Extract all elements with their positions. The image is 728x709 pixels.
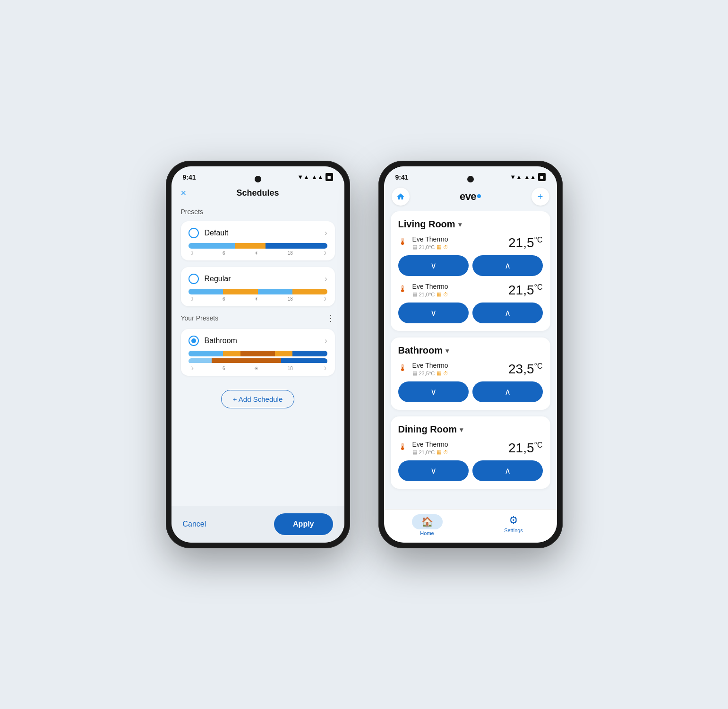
room-chevron-living-room[interactable]: ▾ — [458, 221, 462, 228]
device-row-bathroom: 🌡 Eve Thermo ▤ 23,5°C ▦ ⏱ 23,5°C — [398, 362, 543, 377]
device-name-dining: Eve Thermo — [412, 441, 509, 448]
radio-regular[interactable] — [188, 274, 199, 284]
signal-icon: ▲▲ — [311, 173, 324, 181]
device-name: Eve Thermo — [412, 235, 509, 243]
temp-set-icon-dining: ▤ — [412, 449, 417, 455]
bar-seg — [275, 351, 292, 356]
radio-default[interactable] — [188, 228, 199, 238]
increase-button-dining[interactable]: ∧ — [472, 460, 543, 481]
battery-icon: ■ — [325, 173, 333, 181]
decrease-button[interactable]: ∨ — [398, 255, 469, 276]
bar-seg — [188, 243, 235, 249]
preset-row-default: Default › — [188, 228, 327, 238]
left-phone: 9:41 ▼▲ ▲▲ ■ × Schedules Presets — [166, 161, 350, 548]
add-schedule-button[interactable]: + Add Schedule — [221, 390, 295, 408]
camera-notch-right — [467, 176, 474, 182]
room-title-dining-room: Dining Room ▾ — [398, 424, 543, 435]
room-chevron-dining[interactable]: ▾ — [460, 426, 463, 433]
decrease-button-2[interactable]: ∨ — [398, 303, 469, 323]
status-icons-right: ▼▲ ▲▲ ■ — [510, 173, 545, 181]
your-presets-label: Your Presets — [181, 314, 219, 322]
bar-labels: ☽ 6 ☀ 18 ☽ — [188, 366, 327, 371]
decrease-button-dining[interactable]: ∨ — [398, 460, 469, 481]
wifi-icon-right: ▼▲ — [510, 173, 522, 181]
schedule-icon: ▦ — [437, 244, 441, 250]
timer-icon-dining: ⏱ — [443, 450, 448, 455]
nav-icon-bg-home: 🏠 — [412, 514, 443, 529]
add-button[interactable]: + — [531, 188, 549, 206]
schedule-bar-regular: ☽ 6 ☀ 18 ☽ — [188, 289, 327, 302]
chevron-right-regular[interactable]: › — [325, 275, 327, 283]
device-temp-bath: 23,5°C — [508, 362, 542, 377]
schedules-screen: 9:41 ▼▲ ▲▲ ■ × Schedules Presets — [171, 166, 344, 543]
three-dots-menu[interactable]: ⋮ — [326, 313, 335, 323]
bar-labels: ☽ 6 ☀ 18 ☽ — [188, 251, 327, 256]
thermometer-icon-2: 🌡 — [398, 284, 408, 294]
eve-content: Living Room ▾ 🌡 Eve Thermo ▤ 21,0°C ▦ ⏱ — [384, 211, 557, 509]
thermometer-icon-dining: 🌡 — [398, 441, 408, 452]
temp-set-icon: ▤ — [412, 244, 417, 250]
bar-seg — [223, 351, 240, 356]
bottom-nav: 🏠 Home ⚙ Settings — [384, 509, 557, 543]
nav-item-home[interactable]: 🏠 Home — [384, 510, 471, 543]
home-nav-button[interactable] — [392, 188, 410, 206]
device-meta-dining: ▤ 21,0°C ▦ ⏱ — [412, 449, 509, 455]
status-bar-right: 9:41 ▼▲ ▲▲ ■ — [384, 166, 557, 184]
chevron-right-default[interactable]: › — [325, 229, 327, 237]
cancel-button[interactable]: Cancel — [183, 520, 206, 528]
radio-bathroom[interactable] — [188, 336, 199, 346]
schedules-content: Presets Default › — [171, 204, 344, 506]
schedule-icon-dining: ▦ — [437, 449, 441, 455]
room-card-dining-room: Dining Room ▾ 🌡 Eve Thermo ▤ 21,0°C ▦ ⏱ — [391, 416, 550, 489]
camera-notch — [255, 176, 261, 182]
room-title-bathroom: Bathroom ▾ — [398, 345, 543, 356]
eve-screen: 9:41 ▼▲ ▲▲ ■ eve + Living Room — [384, 166, 557, 543]
thermometer-icon-bath: 🌡 — [398, 363, 408, 373]
close-button[interactable]: × — [181, 188, 195, 199]
preset-card-regular: Regular › ☽ 6 ☀ 18 — [181, 267, 335, 306]
bar-seg — [188, 289, 223, 294]
preset-name-default: Default — [205, 229, 229, 237]
increase-button-2[interactable]: ∧ — [472, 303, 543, 323]
signal-icon-right: ▲▲ — [524, 173, 536, 181]
preset-row-regular: Regular › — [188, 274, 327, 284]
device-temp-dining: 21,5°C — [508, 441, 542, 456]
thermometer-icon: 🌡 — [398, 236, 408, 247]
control-buttons: ∨ ∧ — [398, 255, 543, 276]
bar-seg — [235, 243, 266, 249]
control-buttons-bath: ∨ ∧ — [398, 381, 543, 402]
room-chevron-bathroom[interactable]: ▾ — [445, 347, 449, 354]
device-meta: ▤ 21,0°C ▦ ⏱ — [412, 244, 509, 250]
schedules-footer: Cancel Apply — [171, 506, 344, 543]
bar-seg — [292, 289, 327, 294]
control-buttons-dining: ∨ ∧ — [398, 460, 543, 481]
home-icon: 🏠 — [421, 516, 433, 527]
increase-button[interactable]: ∧ — [472, 255, 543, 276]
decrease-button-bath[interactable]: ∨ — [398, 381, 469, 402]
right-phone: 9:41 ▼▲ ▲▲ ■ eve + Living Room — [378, 161, 563, 548]
device-name-bath: Eve Thermo — [412, 362, 509, 369]
room-title-living-room: Living Room ▾ — [398, 219, 543, 230]
increase-button-bath[interactable]: ∧ — [472, 381, 543, 402]
preset-name-bathroom: Bathroom — [205, 337, 237, 345]
status-bar: 9:41 ▼▲ ▲▲ ■ — [171, 166, 344, 184]
status-time: 9:41 — [183, 173, 196, 181]
eve-logo: eve — [460, 190, 481, 203]
device-name-2: Eve Thermo — [412, 283, 509, 290]
bar-labels: ☽ 6 ☀ 18 ☽ — [188, 296, 327, 302]
device-meta-2: ▤ 21,0°C ▦ ⏱ — [412, 291, 509, 297]
preset-card-bathroom: Bathroom › — [181, 329, 335, 376]
page-title: Schedules — [236, 188, 279, 198]
device-row: 🌡 Eve Thermo ▤ 21,0°C ▦ ⏱ 21,5°C — [398, 235, 543, 251]
your-presets-header: Your Presets ⋮ — [181, 313, 335, 323]
apply-button[interactable]: Apply — [274, 513, 333, 535]
device-row-dining: 🌡 Eve Thermo ▤ 21,0°C ▦ ⏱ 21,5°C — [398, 441, 543, 456]
chevron-right-bathroom[interactable]: › — [325, 337, 327, 345]
status-time-right: 9:41 — [395, 173, 409, 181]
schedule-icon-2: ▦ — [437, 291, 441, 297]
status-icons: ▼▲ ▲▲ ■ — [297, 173, 333, 181]
nav-item-settings[interactable]: ⚙ Settings — [471, 510, 557, 543]
schedule-bar-default: ☽ 6 ☀ 18 ☽ — [188, 243, 327, 256]
timer-icon: ⏱ — [443, 244, 448, 250]
temp-set-icon-bath: ▤ — [412, 370, 417, 376]
